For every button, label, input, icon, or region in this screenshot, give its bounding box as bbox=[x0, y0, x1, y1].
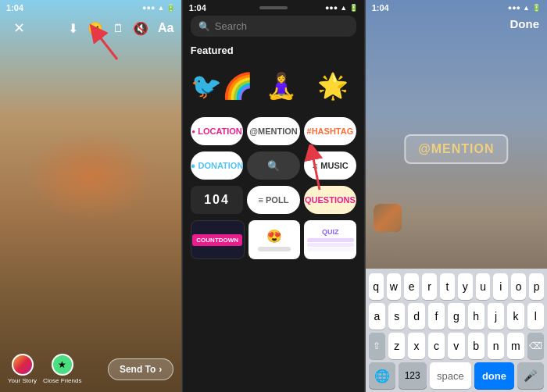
battery-icon-3: 🔋 bbox=[532, 4, 541, 12]
sticker-icon[interactable]: 🗒 bbox=[113, 22, 123, 34]
chevron-right-icon: › bbox=[159, 364, 162, 375]
emoji-key[interactable]: 🌐 bbox=[369, 362, 395, 389]
location-dot-icon: ● bbox=[191, 128, 195, 135]
time-label-3: 1:04 bbox=[372, 3, 389, 12]
mention-sticker[interactable]: @MENTION bbox=[247, 117, 299, 145]
key-b[interactable]: b bbox=[468, 333, 484, 359]
key-j[interactable]: j bbox=[488, 303, 504, 330]
poll-sticker[interactable]: ≡ POLL bbox=[247, 186, 299, 214]
done-label: Done bbox=[509, 17, 539, 30]
download-icon[interactable]: ⬇ bbox=[68, 21, 78, 36]
music-label: MUSIC bbox=[320, 161, 348, 170]
key-e[interactable]: e bbox=[404, 273, 419, 300]
countdown-sticker[interactable]: COUNTDOWN bbox=[191, 220, 245, 259]
questions-sticker[interactable]: QUESTIONS bbox=[304, 186, 356, 214]
key-q[interactable]: q bbox=[369, 273, 384, 300]
key-u[interactable]: u bbox=[476, 273, 491, 300]
keyboard-done-key[interactable]: done bbox=[474, 362, 514, 389]
panel-mention-editor: 1:04 ●●● ▲ 🔋 Done @MENTION q w e r t y u… bbox=[366, 0, 547, 392]
donation-label: DONATION bbox=[198, 161, 243, 170]
space-label: space bbox=[437, 370, 464, 382]
location-sticker[interactable]: ● LOCATION bbox=[191, 117, 243, 145]
slider-emoji-icon: 😍 bbox=[266, 229, 282, 244]
status-bar-2: 1:04 ●●● ▲ 🔋 bbox=[183, 0, 364, 16]
send-to-button[interactable]: Send To › bbox=[108, 358, 173, 380]
badge-row-3: 104 ≡ POLL QUESTIONS bbox=[183, 186, 364, 214]
done-button[interactable]: Done bbox=[509, 17, 539, 30]
quiz-options bbox=[307, 238, 354, 251]
sticker-sun[interactable]: 🌟 bbox=[309, 62, 356, 109]
key-f[interactable]: f bbox=[428, 303, 445, 330]
search-sticker[interactable]: 🔍 bbox=[247, 151, 299, 180]
key-i[interactable]: i bbox=[493, 273, 508, 300]
key-d[interactable]: d bbox=[408, 303, 424, 330]
countdown-label: COUNTDOWN bbox=[192, 234, 242, 246]
delete-key[interactable]: ⌫ bbox=[527, 333, 544, 359]
quiz-opt-2 bbox=[307, 243, 354, 247]
questions-label: QUESTIONS bbox=[305, 195, 356, 205]
avatar-image bbox=[374, 204, 402, 232]
status-bar-3: 1:04 ●●● ▲ 🔋 bbox=[366, 0, 547, 16]
key-r[interactable]: r bbox=[422, 273, 437, 300]
status-icons-3: ●●● ▲ 🔋 bbox=[508, 4, 541, 12]
key-p[interactable]: p bbox=[529, 273, 544, 300]
keyboard-done-label: done bbox=[482, 370, 506, 382]
key-w[interactable]: w bbox=[387, 273, 402, 300]
num-key[interactable]: 123 bbox=[399, 362, 427, 389]
key-s[interactable]: s bbox=[388, 303, 405, 330]
emoji-icon[interactable]: 🙂 bbox=[88, 21, 103, 36]
sticker-meditate[interactable]: 🧘‍♀️ bbox=[258, 62, 305, 109]
key-t[interactable]: t bbox=[440, 273, 455, 300]
key-o[interactable]: o bbox=[511, 273, 526, 300]
background-image bbox=[0, 0, 181, 392]
poll-bars-icon: ≡ bbox=[259, 195, 263, 205]
quiz-sticker[interactable]: QUIZ bbox=[304, 220, 356, 259]
text-tool-button[interactable]: Aa bbox=[158, 21, 173, 35]
key-c[interactable]: c bbox=[428, 333, 445, 359]
emoji-slider-sticker[interactable]: 😍 bbox=[248, 220, 301, 259]
key-y[interactable]: y bbox=[458, 273, 473, 300]
search-q-icon: 🔍 bbox=[267, 160, 280, 172]
keyboard-row-1: q w e r t y u i o p bbox=[369, 273, 544, 300]
quiz-opt-1 bbox=[307, 238, 354, 242]
mention-label: @MENTION bbox=[249, 127, 297, 136]
key-a[interactable]: a bbox=[369, 303, 385, 330]
key-l[interactable]: l bbox=[527, 303, 544, 330]
key-x[interactable]: x bbox=[408, 333, 424, 359]
counter-sticker[interactable]: 104 bbox=[191, 186, 243, 214]
donation-sticker[interactable]: ● DONATION bbox=[191, 151, 244, 180]
your-story-button[interactable]: Your Story bbox=[8, 354, 37, 384]
wifi-icon-2: ▲ bbox=[340, 4, 347, 12]
key-g[interactable]: g bbox=[448, 303, 464, 330]
panel-sticker-picker: 1:04 ●●● ▲ 🔋 🔍 Search Featured 🐦‍🌈 🧘‍♀️ … bbox=[182, 0, 365, 392]
search-placeholder-text: Search bbox=[215, 20, 247, 32]
close-friends-label: Close Friends bbox=[43, 377, 81, 384]
key-v[interactable]: v bbox=[448, 333, 464, 359]
music-sticker[interactable]: ♫ MUSIC bbox=[304, 151, 356, 180]
space-key[interactable]: space bbox=[430, 362, 471, 389]
sticker-search-bar[interactable]: 🔍 Search bbox=[191, 16, 356, 37]
mic-key[interactable]: 🎤 bbox=[517, 362, 544, 389]
close-friends-button[interactable]: ★ Close Friends bbox=[43, 354, 81, 384]
location-label: LOCATION bbox=[198, 127, 242, 136]
key-z[interactable]: z bbox=[388, 333, 405, 359]
quiz-label: QUIZ bbox=[322, 228, 339, 236]
key-k[interactable]: k bbox=[507, 303, 524, 330]
close-button[interactable]: ✕ bbox=[8, 17, 30, 39]
mute-icon[interactable]: 🔇 bbox=[133, 21, 148, 36]
key-n[interactable]: n bbox=[488, 333, 504, 359]
hashtag-sticker[interactable]: #HASHTAG bbox=[304, 117, 356, 145]
num-label: 123 bbox=[405, 370, 420, 381]
shift-key[interactable]: ⇧ bbox=[369, 333, 385, 359]
close-friends-circle: ★ bbox=[52, 354, 73, 376]
mention-sticker-overlay[interactable]: @MENTION bbox=[404, 134, 508, 164]
your-story-label: Your Story bbox=[8, 377, 37, 384]
mention-sticker-text: @MENTION bbox=[418, 142, 494, 155]
sticker-bird[interactable]: 🐦‍🌈 bbox=[191, 62, 253, 109]
featured-label: Featured bbox=[183, 45, 364, 56]
key-h[interactable]: h bbox=[468, 303, 484, 330]
key-m[interactable]: m bbox=[507, 333, 524, 359]
signal-icon-3: ●●● bbox=[508, 4, 520, 12]
slider-track bbox=[258, 247, 291, 251]
status-icons-2: ●●● ▲ 🔋 bbox=[325, 4, 358, 12]
